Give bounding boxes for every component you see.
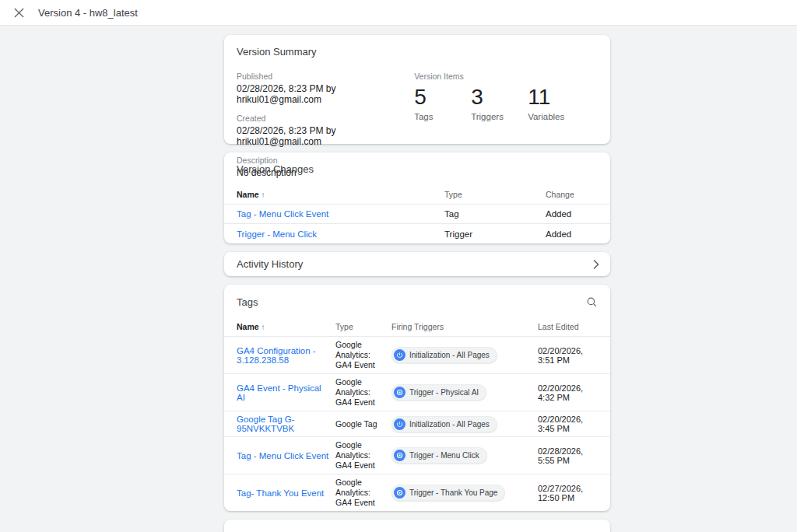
column-type: Type (444, 190, 546, 199)
column-last-edited: Last Edited (538, 322, 598, 331)
created-label: Created (237, 114, 414, 123)
table-row: Tag- Thank You Event Google Analytics: G… (224, 474, 610, 511)
stat-triggers-count: 3 (471, 84, 528, 110)
stat-triggers: 3 Triggers (471, 84, 528, 121)
tag-type: Google Tag (335, 419, 391, 429)
triggers-card: Triggers Name ↑ Type Filter Tags Last Ed… (224, 520, 610, 532)
version-changes-header: Name ↑ Type Change (224, 185, 610, 205)
page-title: Version 4 - hw8_latest (38, 7, 138, 19)
tag-last-edited: 02/27/2026, 12:50 PM (538, 484, 598, 502)
stat-variables: 11 Variables (528, 84, 585, 121)
published-label: Published (237, 72, 414, 81)
published-value: 02/28/2026, 8:23 PM by hrikul01@gmail.co… (237, 83, 414, 105)
chevron-right-icon (593, 260, 599, 269)
table-row: Tag - Menu Click Event Google Analytics:… (224, 437, 610, 474)
column-type: Type (335, 322, 391, 332)
tag-last-edited: 02/20/2026, 4:32 PM (538, 383, 598, 402)
change-link[interactable]: Trigger - Menu Click (237, 229, 317, 239)
tag-type: Google Analytics: GA4 Event (335, 340, 391, 370)
firing-trigger-chip[interactable]: Initialization - All Pages (391, 347, 497, 363)
column-change: Change (546, 190, 598, 199)
tag-type: Google Analytics: GA4 Event (335, 440, 391, 471)
version-items-label: Version Items (414, 72, 598, 81)
tags-table-header: Name ↑ Type Firing Triggers Last Edited (224, 317, 610, 337)
table-row: GA4 Configuration - 3.128.238.58 Google … (224, 337, 610, 374)
tag-last-edited: 02/20/2026, 3:51 PM (538, 346, 598, 365)
tag-link[interactable]: Google Tag G-95NVKKTVBK (237, 415, 295, 433)
initialization-icon (394, 418, 406, 430)
activity-history-row[interactable]: Activity History (224, 252, 610, 276)
tag-link[interactable]: GA4 Event - Physical AI (237, 383, 321, 402)
stat-tags: 5 Tags (414, 84, 471, 121)
sort-ascending-icon: ↑ (262, 323, 265, 331)
column-firing-triggers: Firing Triggers (391, 322, 538, 331)
column-name[interactable]: Name ↑ (237, 190, 444, 199)
tag-type: Google Analytics: GA4 Event (335, 377, 391, 408)
firing-trigger-chip[interactable]: Trigger - Physical AI (391, 384, 486, 401)
stat-variables-label: Variables (528, 112, 585, 121)
change-type: Trigger (444, 229, 546, 239)
table-row: Tag - Menu Click Event Tag Added (224, 205, 610, 224)
tag-type: Google Analytics: GA4 Event (335, 478, 391, 508)
table-row: Google Tag G-95NVKKTVBK Google Tag Initi… (224, 411, 610, 437)
top-bar: Version 4 - hw8_latest (0, 0, 797, 26)
initialization-icon (394, 349, 406, 361)
tag-link[interactable]: GA4 Configuration - 3.128.238.58 (237, 346, 316, 365)
change-status: Added (546, 229, 598, 239)
stat-tags-count: 5 (414, 84, 471, 110)
tag-link[interactable]: Tag- Thank You Event (237, 488, 324, 498)
table-row: Trigger - Menu Click Trigger Added (224, 224, 610, 243)
sort-ascending-icon: ↑ (262, 191, 265, 199)
firing-trigger-chip[interactable]: Trigger - Thank You Page (391, 485, 505, 501)
tag-last-edited: 02/28/2026, 5:55 PM (538, 446, 598, 465)
created-value: 02/28/2026, 8:23 PM by hrikul01@gmail.co… (237, 125, 414, 147)
version-summary-title: Version Summary (237, 46, 598, 58)
firing-trigger-chip[interactable]: Initialization - All Pages (391, 416, 497, 432)
tag-last-edited: 02/20/2026, 3:45 PM (538, 415, 598, 433)
click-icon (394, 487, 406, 499)
change-status: Added (546, 209, 598, 219)
tags-card: Tags Name ↑ Type Firing Triggers Last Ed… (224, 285, 610, 511)
tags-title: Tags (237, 296, 258, 308)
stat-tags-label: Tags (414, 112, 471, 121)
column-name[interactable]: Name ↑ (237, 322, 335, 331)
click-icon (394, 450, 406, 461)
firing-trigger-chip[interactable]: Trigger - Menu Click (391, 447, 487, 464)
click-icon (394, 387, 406, 398)
search-icon[interactable] (584, 529, 599, 532)
activity-history-title: Activity History (237, 258, 303, 270)
content-column: Version Summary Published 02/28/2026, 8:… (224, 26, 610, 532)
version-items-panel: Version Items 5 Tags 3 Triggers 11 Varia… (414, 72, 598, 178)
search-icon[interactable] (584, 294, 599, 310)
close-icon[interactable] (9, 2, 29, 23)
tag-link[interactable]: Tag - Menu Click Event (237, 451, 328, 460)
stat-triggers-label: Triggers (471, 112, 528, 121)
stat-variables-count: 11 (528, 84, 585, 110)
table-row: GA4 Event - Physical AI Google Analytics… (224, 374, 610, 411)
summary-details: Published 02/28/2026, 8:23 PM by hrikul0… (237, 72, 414, 178)
change-link[interactable]: Tag - Menu Click Event (237, 209, 328, 219)
version-summary-card: Version Summary Published 02/28/2026, 8:… (224, 35, 610, 144)
change-type: Tag (444, 209, 546, 219)
